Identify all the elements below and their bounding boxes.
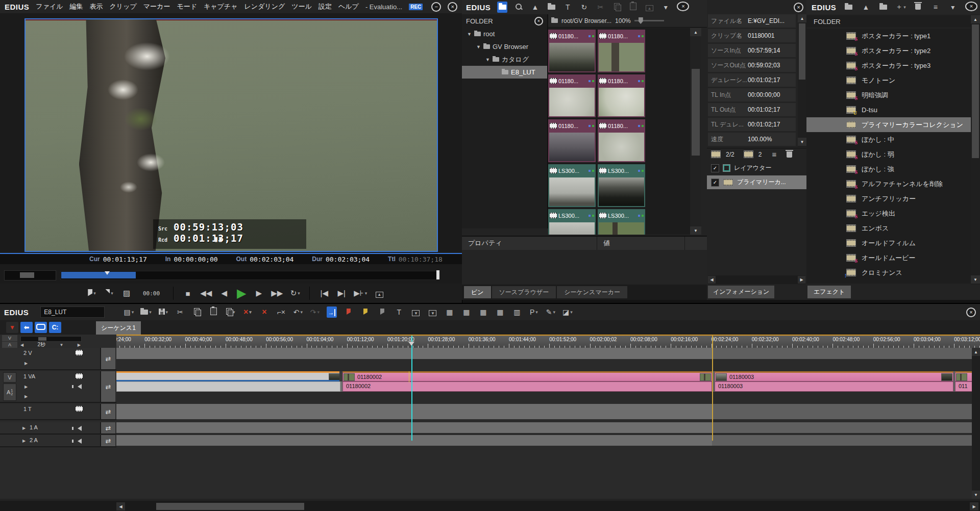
menu-item-編集[interactable]: 編集 bbox=[70, 2, 83, 11]
clip-grid-scrollbar[interactable]: ▲ ▼ bbox=[690, 28, 701, 235]
zoom-preset-value[interactable]: 2秒 bbox=[38, 341, 46, 348]
timeline-delete-button[interactable]: × bbox=[259, 306, 270, 318]
timeline-duplicate-button[interactable]: ▾ bbox=[226, 306, 236, 318]
effect-enabled-checkbox[interactable]: ✓ bbox=[711, 178, 719, 187]
track-audio-icon[interactable] bbox=[78, 426, 82, 431]
timeline-zoom-slider[interactable] bbox=[20, 336, 82, 342]
track-header-1-T[interactable]: 1 T⇄ bbox=[0, 404, 116, 420]
effect-item-エンボス[interactable]: エンボス bbox=[806, 221, 971, 236]
timeline-undo-button[interactable]: ↶▾ bbox=[293, 306, 303, 318]
timeline-export-down-button[interactable]: ▼ bbox=[428, 306, 438, 318]
clip-9[interactable]: LS300... bbox=[548, 209, 596, 235]
list-view-icon[interactable]: ≡ bbox=[772, 150, 776, 159]
timeline-export-down-button[interactable]: ▼ bbox=[411, 306, 421, 318]
shuttle-thumb[interactable] bbox=[20, 272, 34, 278]
expand-caret-icon[interactable]: ▼ bbox=[467, 32, 472, 37]
clip-3[interactable]: 01180... bbox=[548, 74, 596, 117]
timeline-clip-selected-audio[interactable] bbox=[116, 381, 340, 392]
scroll-down-icon[interactable]: ▼ bbox=[690, 226, 701, 235]
clip-10[interactable]: LS300... bbox=[598, 209, 645, 235]
track-patch-toggle[interactable]: ⇄ bbox=[100, 435, 115, 446]
timeline-copy-button[interactable] bbox=[192, 306, 202, 318]
scroll-down-icon[interactable]: ▼ bbox=[972, 491, 980, 499]
timeline-save-button[interactable]: ▾ bbox=[158, 306, 168, 318]
scrollbar-thumb[interactable] bbox=[692, 69, 700, 156]
timeline-clip-selected[interactable] bbox=[116, 371, 340, 381]
zoom-thumb[interactable] bbox=[38, 337, 46, 341]
bin-caret-button[interactable]: ▾ bbox=[660, 2, 671, 13]
timeline-mask-button[interactable]: ◪▾ bbox=[562, 306, 573, 318]
tab-シーケンスマーカー[interactable]: シーケンスマーカー bbox=[557, 286, 627, 298]
va-audio-badge[interactable]: A12 bbox=[3, 384, 16, 401]
timeline-mixer-button[interactable]: ▥ bbox=[512, 306, 522, 318]
timeline-clip-01180003-video[interactable]: 01180003 bbox=[715, 371, 953, 381]
scrollbar-thumb[interactable] bbox=[799, 23, 805, 80]
clip-2[interactable]: 01180... bbox=[598, 30, 645, 72]
track-lane[interactable] bbox=[712, 435, 972, 446]
dropdown-caret-icon[interactable]: ▾ bbox=[570, 310, 573, 315]
track-header-2-V[interactable]: 2 V▶⇄ bbox=[0, 348, 116, 370]
timeline-grid-button[interactable]: ▦ bbox=[478, 306, 488, 318]
transport-export-button[interactable]: ▲ bbox=[374, 288, 384, 299]
timeline-cut-button[interactable]: ✂ bbox=[175, 306, 185, 318]
tab-ソースブラウザー[interactable]: ソースブラウザー bbox=[492, 286, 556, 298]
seek-bar[interactable] bbox=[60, 271, 437, 280]
menu-item-キャプチャ[interactable]: キャプチャ bbox=[204, 2, 238, 11]
track-lane[interactable] bbox=[712, 348, 972, 359]
menu-item-クリップ[interactable]: クリップ bbox=[110, 2, 137, 11]
transport-goto-in-button[interactable]: |◀ bbox=[319, 288, 329, 299]
timeline-marker-red-button[interactable] bbox=[344, 306, 354, 318]
scroll-right-icon[interactable]: ▶ bbox=[798, 276, 805, 284]
zoom-decrease-icon[interactable]: ◀ bbox=[20, 343, 23, 347]
track-patch-toggle[interactable]: ⇄ bbox=[100, 348, 115, 369]
transport-play-button[interactable]: ▶ bbox=[236, 288, 247, 299]
info-scrollbar[interactable]: ▲ ▼ bbox=[798, 14, 806, 147]
timeline-ripple-delete-button[interactable]: ⌐× bbox=[276, 306, 286, 318]
track-patch-toggle[interactable]: ⇄ bbox=[100, 404, 115, 419]
timeline-grid-button[interactable]: ▦ bbox=[445, 306, 455, 318]
bin-search-button[interactable] bbox=[513, 2, 524, 13]
tab-information[interactable]: インフォメーション bbox=[708, 286, 774, 298]
transport-mark-in-button[interactable]: ▾ bbox=[87, 288, 97, 299]
effect-item-D-tsu[interactable]: UD-tsu bbox=[806, 103, 971, 117]
scroll-up-icon[interactable]: ▲ bbox=[972, 348, 980, 356]
seek-position-marker[interactable] bbox=[105, 271, 110, 275]
tree-item-カタログ[interactable]: ▼カタログ bbox=[462, 53, 547, 66]
tab-sequence-1[interactable]: シーケンス1 bbox=[96, 321, 141, 335]
track-expand-icon[interactable]: ▶ bbox=[24, 385, 28, 389]
effect-item-ぼかし : 中[interactable]: Sぼかし : 中 bbox=[806, 132, 971, 147]
effect-item-オールドムービー[interactable]: Sオールドムービー bbox=[806, 250, 971, 265]
menu-item-表示[interactable]: 表示 bbox=[90, 2, 103, 11]
scroll-left-icon[interactable]: ◀ bbox=[116, 502, 125, 510]
expand-caret-icon[interactable]: ▼ bbox=[485, 57, 490, 62]
track-expand-icon[interactable]: ▶ bbox=[24, 361, 28, 366]
timeline-horizontal-scrollbar[interactable]: ◀ ▶ bbox=[0, 501, 980, 511]
bin-export-button[interactable]: ▲ bbox=[644, 2, 654, 13]
timeline-new-sequence-button[interactable]: ▤▾ bbox=[124, 306, 134, 318]
delete-effect-icon[interactable] bbox=[787, 151, 792, 158]
minimize-button[interactable]: − bbox=[431, 2, 441, 12]
scroll-right-icon[interactable]: ▶ bbox=[970, 502, 978, 510]
folder-pane-close-button[interactable]: × bbox=[534, 17, 543, 25]
transport-prev-frame-button[interactable]: ◀ bbox=[219, 288, 229, 299]
timeline-grid-button[interactable]: ▦ bbox=[461, 306, 472, 318]
track-mode-v-button[interactable]: V bbox=[2, 335, 17, 341]
bin-up-button[interactable]: ▲ bbox=[530, 2, 540, 13]
timeline-close-button[interactable]: × bbox=[966, 308, 976, 317]
track-header-1-VA[interactable]: 1 VA▶▶VA12⇄ bbox=[0, 371, 116, 403]
expand-caret-icon[interactable]: ▼ bbox=[476, 44, 481, 49]
bin-refresh-button[interactable]: ↻ bbox=[579, 2, 589, 13]
transport-fast-forward-button[interactable]: ▶▶ bbox=[271, 288, 283, 299]
timeline-playhead[interactable] bbox=[411, 336, 412, 441]
effect-item-ポスターカラー : type3[interactable]: Sポスターカラー : type3 bbox=[806, 58, 971, 73]
timeline-open-folder-button[interactable]: ▾ bbox=[140, 306, 152, 318]
effect-item-ぼかし : 弱[interactable]: Sぼかし : 弱 bbox=[806, 147, 971, 162]
effects-trash-button[interactable] bbox=[913, 2, 923, 13]
timeline-clip-01180002-audio[interactable]: 01180002 bbox=[342, 381, 712, 392]
timeline-pan-button[interactable]: P▾ bbox=[529, 306, 539, 318]
track-audio-icon[interactable] bbox=[78, 439, 82, 444]
track-expand-icon[interactable]: ▶ bbox=[22, 426, 26, 430]
tab-effects[interactable]: エフェクト bbox=[807, 286, 851, 298]
scroll-up-icon[interactable]: ▲ bbox=[971, 15, 980, 23]
track-patch-toggle[interactable]: ⇄ bbox=[100, 422, 115, 433]
